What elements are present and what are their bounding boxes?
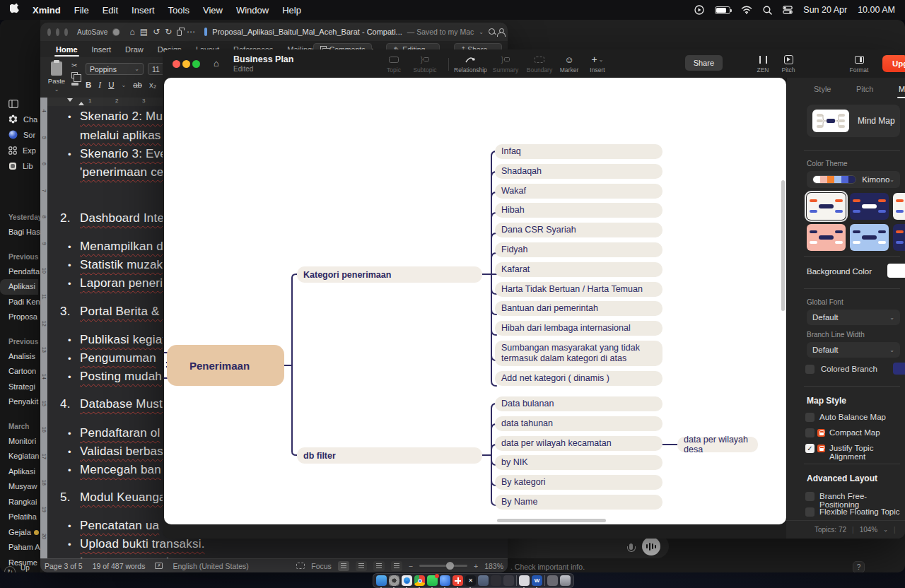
background-color-swatch[interactable] xyxy=(887,264,905,278)
dock-app-dark[interactable] xyxy=(491,575,501,586)
chat-history-item[interactable]: Pelatiha xyxy=(0,510,40,525)
dock-word[interactable]: W xyxy=(532,575,542,586)
control-center-icon[interactable] xyxy=(783,6,793,14)
chat-history-item[interactable]: Aplikasi xyxy=(0,279,38,295)
dock-whatsapp[interactable] xyxy=(427,575,438,586)
dock-divider[interactable] xyxy=(516,575,517,586)
theme-kimono-light[interactable] xyxy=(807,193,846,220)
chat-history-item[interactable]: Kegiatan xyxy=(0,449,40,464)
branch-line-width-select[interactable]: Default⌄ xyxy=(807,342,900,358)
subtopic-button[interactable]: } Subtopic xyxy=(409,54,441,74)
dock-finder[interactable] xyxy=(376,575,387,586)
menu-help[interactable]: Help xyxy=(282,5,301,16)
voice-mode-button[interactable] xyxy=(642,537,660,555)
chat-history-item[interactable]: Paham A xyxy=(0,540,40,555)
subtopic-node[interactable]: Kafarat xyxy=(495,262,662,277)
copy-button[interactable] xyxy=(71,72,78,78)
share-user-icon[interactable] xyxy=(497,28,501,36)
theme-kimono-salmon[interactable] xyxy=(807,224,846,251)
subtopic-node[interactable]: Sumbangan masyarakat yang tidak termasuk… xyxy=(495,341,662,366)
tab-style[interactable]: Style xyxy=(814,85,831,93)
chat-history-item[interactable]: Analisis xyxy=(0,349,40,365)
now-playing-icon[interactable] xyxy=(694,5,704,15)
summary-button[interactable]: } Summary xyxy=(489,54,522,74)
dock-app-dark-2[interactable] xyxy=(503,575,514,586)
language-indicator[interactable]: English (United States) xyxy=(173,562,248,570)
proofing-status-icon[interactable]: ✗ xyxy=(155,563,163,569)
dock-preview[interactable] xyxy=(519,575,530,586)
redo-icon[interactable]: ↻ xyxy=(165,28,172,36)
dock-settings[interactable] xyxy=(389,575,399,586)
chat-history-item[interactable]: March xyxy=(0,420,40,434)
dock-chrome[interactable] xyxy=(414,575,425,586)
theme-kimono-navy[interactable] xyxy=(850,193,889,220)
sidebar-toggle-button[interactable] xyxy=(0,96,40,111)
chat-history-item[interactable]: Padi Ken xyxy=(0,295,40,310)
save-icon[interactable]: ▤ xyxy=(140,28,148,36)
zoom-button[interactable] xyxy=(64,28,68,36)
spotlight-icon[interactable] xyxy=(763,6,772,15)
flexible-floating-topic-checkbox[interactable] xyxy=(805,507,814,517)
page-indicator[interactable]: Page 3 of 5 xyxy=(45,562,83,570)
help-button[interactable]: ? xyxy=(853,561,865,572)
dock-folder[interactable] xyxy=(478,575,489,586)
subtopic-node[interactable]: Data bulanan xyxy=(495,396,662,411)
chat-history-item[interactable]: Musyaw xyxy=(0,479,40,495)
chat-history-item[interactable]: Monitori xyxy=(0,434,40,449)
search-icon[interactable] xyxy=(489,28,492,36)
subtopic-node[interactable]: By kategori xyxy=(495,475,662,490)
outline-view-button[interactable] xyxy=(373,561,385,571)
boundary-button[interactable]: Boundary xyxy=(523,54,556,74)
pitch-button[interactable]: Pitch xyxy=(772,54,805,74)
subtopic-node[interactable]: Harta Tidak Bertuan / Harta Temuan xyxy=(495,282,662,297)
colored-branch-checkbox[interactable] xyxy=(805,365,814,374)
justify-alignment-checkbox[interactable]: ✓ xyxy=(805,444,814,453)
web-layout-view-button[interactable] xyxy=(356,561,367,571)
word-titlebar[interactable]: AutoSave ⌂ ▤ ↺ ↻ ⋯ Proposal_Aplikasi_Bai… xyxy=(40,23,508,41)
underline-chevron-icon[interactable]: ⌄ xyxy=(121,82,126,88)
relationship-button[interactable]: Relationship xyxy=(454,54,486,74)
underline-button[interactable]: U xyxy=(108,81,114,89)
dock-divider-2[interactable] xyxy=(544,575,545,586)
subtopic-node[interactable]: Bantuan dari pemerintah xyxy=(495,301,662,316)
format-painter-button[interactable] xyxy=(71,83,78,86)
home-icon[interactable]: ⌂ xyxy=(214,58,219,69)
menu-file[interactable]: File xyxy=(74,5,89,16)
tab-pitch[interactable]: Pitch xyxy=(856,85,873,93)
subtopic-node[interactable]: data per wilayah kecamatan xyxy=(495,436,662,451)
paste-button[interactable]: Paste ⌄ xyxy=(46,61,67,93)
branch-free-positioning-checkbox[interactable] xyxy=(805,492,814,501)
chevron-down-icon[interactable]: ⌄ xyxy=(479,29,484,35)
subtopic-node[interactable]: Add net kategori ( dinamis ) xyxy=(495,371,662,386)
strikethrough-button[interactable]: ab xyxy=(133,81,142,89)
compact-map-checkbox[interactable] xyxy=(805,428,814,437)
sidebar-item-explore-gpts[interactable]: Exp xyxy=(0,143,40,158)
menu-window[interactable]: Window xyxy=(236,5,269,16)
battery-icon[interactable] xyxy=(715,6,730,14)
menu-tools[interactable]: Tools xyxy=(168,5,189,16)
dock-app-blue[interactable] xyxy=(440,575,450,586)
menu-insert[interactable]: Insert xyxy=(132,5,155,16)
dock-safari[interactable] xyxy=(402,575,412,586)
menu-date[interactable]: Sun 20 Apr xyxy=(803,5,847,15)
chat-history-item[interactable]: Proposa xyxy=(0,310,40,325)
dock-trash[interactable] xyxy=(560,575,571,586)
autosave-toggle[interactable] xyxy=(112,28,119,36)
canvas-vertical-scrollbar[interactable] xyxy=(781,180,785,311)
topic-button[interactable]: Topic xyxy=(378,54,410,74)
minimize-button[interactable] xyxy=(182,60,190,68)
chat-history-item[interactable]: Previous xyxy=(0,250,40,264)
subtopic-node[interactable]: Shadaqah xyxy=(495,164,662,179)
minimize-button[interactable] xyxy=(56,28,59,36)
ribbon-tab[interactable]: Insert xyxy=(85,41,119,57)
subtopic-node[interactable]: data tahunan xyxy=(495,416,662,431)
chat-history-item[interactable]: Cartoon xyxy=(0,364,40,380)
theme-kimono-blue[interactable] xyxy=(850,224,889,251)
structure-card[interactable]: Mind Map xyxy=(807,105,900,137)
theme-kimono-light-2[interactable] xyxy=(893,193,905,220)
word-count[interactable]: 19 of 487 words xyxy=(93,562,146,570)
chat-history-item[interactable]: Previous xyxy=(0,335,40,349)
subtopic-node[interactable]: Wakaf xyxy=(495,184,662,199)
main-topic-db-filter[interactable]: db filter xyxy=(297,447,482,464)
ribbon-tab[interactable]: Home xyxy=(49,41,85,57)
